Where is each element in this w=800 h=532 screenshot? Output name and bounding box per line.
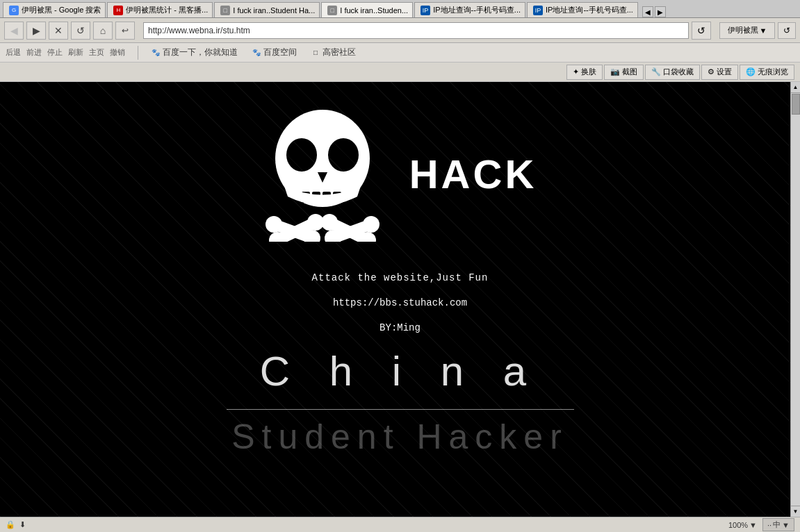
skin-icon: ✦ xyxy=(573,67,579,76)
tab-favicon-1: G xyxy=(9,6,19,15)
svg-point-1 xyxy=(286,138,317,172)
bookmark-baidu[interactable]: 🐾 百度一下，你就知道 xyxy=(145,45,243,60)
search-engine-dropdown-icon: ▼ xyxy=(760,26,767,35)
undo-button[interactable]: ↩ xyxy=(115,22,135,40)
refresh-label: 刷新 xyxy=(68,47,83,58)
incognito-icon: 🌐 xyxy=(746,67,756,76)
student-hacker-text: Student Hacker xyxy=(227,417,574,457)
search-engine-selector[interactable]: 伊明被黑 ▼ xyxy=(719,22,775,39)
settings-icon: ⚙ xyxy=(708,67,715,76)
svg-point-2 xyxy=(328,138,359,172)
tab-ip-query-2[interactable]: IP IP地址查询--手机号码查... xyxy=(527,2,638,17)
tab-favicon-5: IP xyxy=(421,6,430,15)
input-method-label: 中 xyxy=(773,519,781,530)
skin-button[interactable]: ✦ 换肤 xyxy=(566,65,603,80)
tab-google-search[interactable]: G 伊明被黑 - Google 搜索 xyxy=(3,2,106,17)
tab-fuck-iran-2[interactable]: □ I fuck iran..Studen... xyxy=(321,2,413,17)
zoom-control[interactable]: 100% ▼ xyxy=(728,521,757,529)
tab-favicon-4: □ xyxy=(327,6,337,15)
baidu-space-label: 百度空间 xyxy=(263,47,297,58)
address-text: http://www.webna.ir/stu.htm xyxy=(148,26,250,35)
pocket-fav-button[interactable]: 🔧 口袋收藏 xyxy=(645,65,700,80)
skull-section: HACK Attack the website,Just Fun https:/… xyxy=(227,82,574,457)
tab-ip-query-1[interactable]: IP IP地址查询--手机号码查... xyxy=(414,2,525,17)
pocket-icon: 🔧 xyxy=(651,67,661,76)
scroll-down-button[interactable]: ▼ xyxy=(791,506,801,517)
svg-point-11 xyxy=(363,216,379,233)
by-text: BY:Ming xyxy=(227,322,574,333)
screenshot-button[interactable]: 📷 截图 xyxy=(604,65,644,80)
scroll-thumb[interactable] xyxy=(792,94,800,115)
forward-button[interactable]: ▶ xyxy=(26,22,46,40)
download-icon: ⬇ xyxy=(19,520,26,529)
search-engine-label: 伊明被黑 xyxy=(728,25,758,35)
tab-label-1: 伊明被黑 - Google 搜索 xyxy=(22,5,101,15)
nav-quick-buttons: 后退 前进 停止 刷新 主页 撤销 xyxy=(6,47,125,58)
hack-title: HACK xyxy=(409,151,537,197)
bookmarks-separator xyxy=(138,46,138,60)
gaomi-icon: □ xyxy=(311,48,320,58)
input-method-selector[interactable]: ·· 中 ▼ xyxy=(762,518,794,531)
screenshot-icon: 📷 xyxy=(610,67,620,76)
status-right: 100% ▼ ·· 中 ▼ xyxy=(728,518,794,531)
page-content: HACK Attack the website,Just Fun https:/… xyxy=(0,82,800,517)
tab-label-2: 伊明被黑统计 - 黑客播... xyxy=(126,5,208,15)
stop-label: 停止 xyxy=(47,47,63,58)
tab-label-6: IP地址查询--手机号码查... xyxy=(546,5,633,15)
back-button[interactable]: ◀ xyxy=(4,22,24,40)
tab-label-3: I fuck iran..Student Ha... xyxy=(233,6,315,15)
tab-scroll-buttons: ◀ ▶ xyxy=(642,6,666,17)
gaomi-label: 高密社区 xyxy=(323,47,356,58)
settings-button[interactable]: ⚙ 设置 xyxy=(701,65,738,80)
svg-point-8 xyxy=(266,216,282,233)
pocket-label: 口袋收藏 xyxy=(663,67,694,77)
skin-label: 换肤 xyxy=(581,67,596,77)
bookmarks-bar: 后退 前进 停止 刷新 主页 撤销 🐾 百度一下，你就知道 🐾 百度空间 □ 高… xyxy=(0,43,800,63)
tab-bar: G 伊明被黑 - Google 搜索 H 伊明被黑统计 - 黑客播... □ I… xyxy=(0,0,800,18)
stop-button[interactable]: ✕ xyxy=(49,22,68,40)
tab-favicon-3: □ xyxy=(220,6,230,15)
hack-row: HACK xyxy=(263,103,537,244)
home-label: 主页 xyxy=(89,47,104,58)
status-left: 🔒 ⬇ xyxy=(6,520,26,529)
home-button[interactable]: ⌂ xyxy=(93,22,113,40)
tab-scroll-right[interactable]: ▶ xyxy=(655,6,666,17)
baidu-label: 百度一下，你就知道 xyxy=(163,47,238,58)
status-bar: 🔒 ⬇ 100% ▼ ·· 中 ▼ xyxy=(0,517,800,532)
incognito-label: 无痕浏览 xyxy=(758,67,788,77)
search-refresh-button[interactable]: ↺ xyxy=(778,22,796,39)
bookmark-baidu-space[interactable]: 🐾 百度空间 xyxy=(246,45,302,60)
tab-favicon-2: H xyxy=(113,6,123,15)
forward-label: 前进 xyxy=(26,47,42,58)
refresh-button[interactable]: ↺ xyxy=(71,22,90,40)
china-text: C h i n a xyxy=(227,347,574,395)
baidu-space-icon: 🐾 xyxy=(252,48,261,58)
settings-label: 设置 xyxy=(717,67,732,77)
tab-scroll-left[interactable]: ◀ xyxy=(642,6,653,17)
screenshot-label: 截图 xyxy=(622,67,637,77)
tab-hacker-stats[interactable]: H 伊明被黑统计 - 黑客播... xyxy=(107,2,213,17)
zoom-dropdown-icon: ▼ xyxy=(749,521,757,529)
scroll-track xyxy=(791,93,801,506)
tab-label-5: IP地址查询--手机号码查... xyxy=(433,5,521,15)
zoom-label: 100% xyxy=(728,521,748,529)
vertical-scrollbar: ▲ ▼ xyxy=(790,82,800,517)
baidu-icon: 🐾 xyxy=(151,48,161,58)
browser-window: G 伊明被黑 - Google 搜索 H 伊明被黑统计 - 黑客播... □ I… xyxy=(0,0,800,532)
svg-point-18 xyxy=(321,214,338,231)
address-reload-button[interactable]: ↺ xyxy=(692,22,711,40)
back-label: 后退 xyxy=(6,47,21,58)
attack-text: Attack the website,Just Fun xyxy=(227,272,574,283)
security-icon: 🔒 xyxy=(6,520,15,529)
address-bar[interactable]: http://www.webna.ir/stu.htm xyxy=(143,22,689,39)
incognito-button[interactable]: 🌐 无痕浏览 xyxy=(740,65,794,80)
tab-label-4: I fuck iran..Studen... xyxy=(340,6,408,15)
input-method-dropdown-icon: ▼ xyxy=(782,521,790,529)
url-text: https://bbs.stuhack.com xyxy=(227,297,574,308)
scroll-up-button[interactable]: ▲ xyxy=(791,82,801,93)
dots-icon: ·· xyxy=(767,521,772,529)
tab-fuck-iran-1[interactable]: □ I fuck iran..Student Ha... xyxy=(214,2,320,17)
bookmark-gaomi[interactable]: □ 高密社区 xyxy=(305,45,361,60)
undo-label: 撤销 xyxy=(110,47,125,58)
toolbar-bar: ✦ 换肤 📷 截图 🔧 口袋收藏 ⚙ 设置 🌐 无痕浏览 xyxy=(0,63,800,82)
